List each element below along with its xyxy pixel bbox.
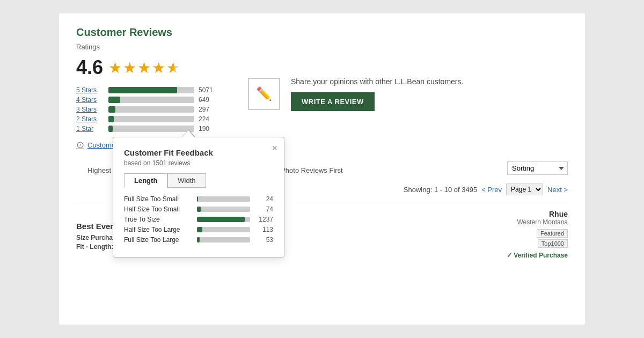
next-button[interactable]: Next > [547,186,568,194]
popup-bar-track-2 [197,207,250,212]
badge-featured: Featured [537,229,568,238]
bar-row-5: 5 Stars 5071 [76,86,226,94]
popup-bar-row-2: Half Size Too Small 74 [124,205,273,213]
prev-button[interactable]: < Prev [481,186,502,194]
fit-label: Fit - Length: [76,243,115,251]
bar-row-4: 4 Stars 649 [76,96,226,104]
popup-overlay: × Customer Fit Feedback based on 1501 re… [113,137,284,258]
popup-close-button[interactable]: × [272,143,277,154]
rating-score-row: 4.6 ★ ★ ★ ★ ★ [76,56,226,79]
reviewer-location: Western Montana [428,218,568,226]
bar-track-4stars [108,97,194,103]
popup-bar-row-5: Full Size Too Large 53 [124,236,273,244]
pencil-icon-box: ✏️ [248,78,280,110]
popup-bar-row-3: True To Size 1237 [124,216,273,223]
main-card: Customer Reviews Ratings 4.6 ★ ★ ★ ★ ★ 5… [59,13,585,325]
popup-card: × Customer Fit Feedback based on 1501 re… [113,137,284,258]
pencil-icon: ✏️ [256,86,272,101]
left-col: Customer Reviews Ratings 4.6 ★ ★ ★ ★ ★ 5… [76,26,226,151]
review-right: Rhue Western Montana Featured Top1000 ✓ … [428,210,568,259]
popup-bar-track-3 [197,217,250,222]
popup-bar-count-1: 24 [254,195,273,203]
bar-fill-5stars [108,87,177,93]
popup-subtitle: based on 1501 reviews [124,159,273,167]
write-review-button[interactable]: WRITE A REVIEW [291,92,375,111]
popup-arrow-inner [182,130,194,137]
bar-label-5stars[interactable]: 5 Stars [76,86,104,94]
bar-track-1star [108,126,194,132]
bar-fill-3stars [108,106,115,113]
star-4: ★ [152,59,165,77]
popup-bar-count-2: 74 [254,205,273,213]
star-2: ★ [123,59,136,77]
popup-bar-fill-3 [197,217,245,222]
popup-bar-fill-2 [197,207,201,212]
badge-top1000: Top1000 [538,239,568,248]
bar-label-3stars[interactable]: 3 Stars [76,106,104,113]
popup-bar-fill-5 [197,237,200,243]
right-col: ✏️ Share your opinions with other L.L.Be… [248,26,568,151]
sort-select[interactable]: Sorting Newest First Highest Rated Lowes… [507,161,568,175]
ratings-label: Ratings [76,43,226,51]
popup-title: Customer Fit Feedback [124,148,273,157]
bar-label-2stars[interactable]: 2 Stars [76,115,104,123]
popup-bar-fill-4 [197,227,202,232]
bar-label-4stars[interactable]: 4 Stars [76,96,104,104]
bar-label-1star[interactable]: 1 Star [76,125,104,133]
write-review-text: Share your opinions with other L.L.Bean … [291,77,463,86]
bar-row-3: 3 Stars 297 [76,106,226,113]
popup-bar-count-5: 53 [254,236,273,244]
bar-count-5stars: 5071 [199,86,213,94]
bar-count-1star: 190 [199,125,209,133]
popup-tab-width[interactable]: Width [167,173,206,188]
popup-bar-track-1 [197,196,250,202]
section-title: Customer Reviews [76,26,226,39]
rating-bars: 5 Stars 5071 4 Stars 649 3 Stars [76,86,226,133]
bar-row-1: 1 Star 190 [76,125,226,133]
filter-row: Sorting Newest First Highest Rated Lowes… [507,161,568,175]
bar-count-3stars: 297 [199,106,209,113]
popup-bar-count-4: 113 [254,226,273,233]
showing-text: Showing: 1 - 10 of 3495 [404,186,477,194]
popup-bar-row-1: Full Size Too Small 24 [124,195,273,203]
popup-bar-label-4: Half Size Too Large [124,226,193,233]
popup-bar-row-4: Half Size Too Large 113 [124,226,273,233]
write-review-content: Share your opinions with other L.L.Bean … [291,77,463,111]
bar-track-5stars [108,87,194,93]
bar-count-2stars: 224 [199,115,209,123]
bar-fill-1star [108,126,113,132]
verified-purchase: ✓ Verified Purchase [428,252,568,259]
bar-count-4stars: 649 [199,96,209,104]
popup-tab-length[interactable]: Length [124,173,167,188]
fit-icon: ⊙ [76,139,84,151]
popup-bar-label-2: Half Size Too Small [124,205,193,213]
bar-track-2stars [108,116,194,122]
bar-track-3stars [108,106,194,113]
bar-row-2: 2 Stars 224 [76,115,226,123]
top-section: Customer Reviews Ratings 4.6 ★ ★ ★ ★ ★ 5… [76,26,568,151]
page-select[interactable]: Page 1 Page 2 Page 3 [506,183,543,195]
star-1: ★ [108,59,122,77]
star-3: ★ [137,59,151,77]
popup-bar-count-3: 1237 [254,216,273,223]
popup-bar-label-5: Full Size Too Large [124,236,193,244]
bar-fill-4stars [108,97,120,103]
popup-bar-fill-1 [197,196,198,202]
star-5: ★ [166,59,180,77]
popup-bar-track-5 [197,237,250,243]
rating-number: 4.6 [76,56,103,79]
bar-fill-2stars [108,116,114,122]
reviewer-name: Rhue [428,210,568,218]
popup-bar-label-1: Full Size Too Small [124,195,193,203]
popup-bar-track-4 [197,227,250,232]
popup-tabs: Length Width [124,173,273,188]
popup-bar-label-3: True To Size [124,216,193,223]
write-review-area: ✏️ Share your opinions with other L.L.Be… [248,77,463,111]
stars: ★ ★ ★ ★ ★ [108,59,180,77]
